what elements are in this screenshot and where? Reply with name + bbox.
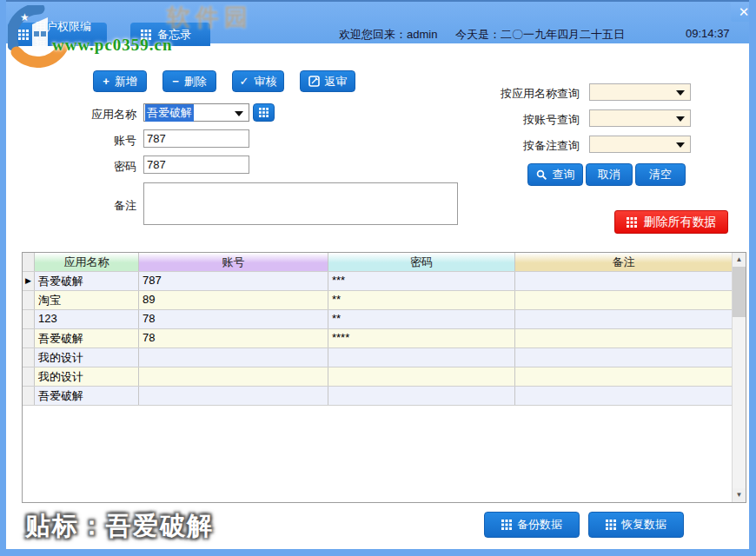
minus-icon: − [172,76,179,87]
query-by-app-dropdown[interactable] [589,83,691,101]
table-body: ▶吾爱破解787***淘宝89**12378**吾爱破解78****我的设计我的… [23,272,746,406]
app-window: 用户权限编辑 备忘录 欢迎您回来：admin 今天是：二〇一九年四月二十五日 0… [0,0,756,556]
col-header-password[interactable]: 密码 [328,253,515,271]
delete-button[interactable]: − 删除 [162,70,216,92]
table-cell[interactable] [139,367,328,386]
date-text: 今天是：二〇一九年四月二十五日 [455,27,625,43]
query-by-account-dropdown[interactable] [589,109,691,127]
query-by-account-label: 按账号查询 [484,112,580,128]
row-indicator-cell [23,348,35,367]
table-cell[interactable]: 我的设计 [35,367,139,386]
scroll-down-icon[interactable]: ▼ [733,488,746,502]
table-cell[interactable]: 吾爱破解 [35,272,139,290]
col-header-account[interactable]: 账号 [139,253,328,271]
password-input[interactable] [143,156,249,174]
grid-icon [259,108,269,117]
table-row[interactable]: 淘宝89** [23,291,746,310]
table-header-row: 应用名称 账号 密码 备注 [23,253,746,272]
table-cell[interactable]: 我的设计 [35,348,139,367]
cancel-button[interactable]: 取消 [586,163,633,186]
tab-user-permissions[interactable]: 用户权限编辑 [8,23,107,46]
table-row[interactable]: 我的设计 [23,348,746,367]
row-indicator-cell [23,310,35,328]
remark-label: 备注 [76,198,136,214]
add-label: 新增 [115,74,137,89]
plus-icon: + [103,76,109,87]
table-cell[interactable]: 787 [139,272,328,290]
table-cell[interactable]: 89 [139,291,328,309]
app-name-grid-button[interactable] [253,103,275,122]
search-icon [536,169,547,181]
clear-button[interactable]: 清空 [635,163,686,186]
audit-label: 审核 [254,74,276,89]
scroll-up-icon[interactable]: ▲ [733,253,746,267]
table-row[interactable]: 吾爱破解 [23,387,746,406]
table-cell[interactable]: 吾爱破解 [35,387,139,405]
chevron-down-icon [235,111,243,116]
restore-label: 恢复数据 [621,517,666,533]
table-cell[interactable]: 78 [139,329,328,348]
table-cell[interactable]: ** [328,310,515,328]
table-cell[interactable] [515,387,733,405]
table-cell[interactable] [515,272,733,290]
scrollbar-thumb[interactable] [733,267,746,317]
table-cell[interactable]: 123 [35,310,139,328]
query-by-remark-dropdown[interactable] [589,136,691,153]
search-button[interactable]: 查询 [527,163,583,186]
table-cell[interactable] [328,367,515,386]
table-row[interactable]: 吾爱破解78**** [23,329,746,348]
table-cell[interactable]: ** [328,291,515,309]
grid-icon [606,520,616,530]
delete-label: 删除 [184,74,207,89]
grid-icon [18,30,29,40]
table-cell[interactable] [139,387,328,405]
table-cell[interactable] [328,348,515,367]
account-input[interactable] [143,129,249,148]
backup-data-button[interactable]: 备份数据 [484,512,580,538]
chevron-down-icon [676,142,685,148]
password-label: 密码 [76,159,136,175]
table-cell[interactable]: 吾爱破解 [35,329,139,348]
delete-all-button[interactable]: 删除所有数据 [614,210,728,234]
table-cell[interactable] [328,387,515,405]
audit-button[interactable]: ✓ 审核 [232,70,284,92]
row-indicator-header [23,253,35,271]
table-row[interactable]: 我的设计 [23,367,746,387]
table-row[interactable]: 12378** [23,310,746,329]
row-indicator-cell [23,329,35,348]
chevron-down-icon [676,116,685,122]
table-cell[interactable]: **** [328,329,515,348]
table-cell[interactable]: *** [328,272,515,290]
combo-selected-text: 吾爱破解 [145,104,194,122]
tab-label: 用户权限编辑 [35,19,96,50]
tab-memo[interactable]: 备忘录 [130,23,210,46]
col-header-app-name[interactable]: 应用名称 [35,253,139,271]
chevron-down-icon [676,90,685,96]
edit-note-icon [308,76,320,87]
col-header-remark[interactable]: 备注 [515,253,733,271]
return-audit-button[interactable]: 返审 [300,70,355,92]
grid-icon [501,520,512,530]
table-cell[interactable] [515,348,733,367]
tab-label: 备忘录 [157,27,191,43]
sticker-label: 贴标：吾爱破解 [25,509,214,544]
table-cell[interactable]: 淘宝 [35,291,139,309]
table-cell[interactable] [515,329,733,348]
check-icon: ✓ [240,76,249,87]
return-audit-label: 返审 [325,74,348,89]
close-button[interactable]: ✕ [731,3,756,22]
app-name-combobox[interactable]: 吾爱破解 [143,103,249,122]
remark-textarea[interactable] [143,182,458,225]
restore-data-button[interactable]: 恢复数据 [588,512,684,538]
table-cell[interactable] [515,310,733,328]
vertical-scrollbar[interactable]: ▲ ▼ [732,253,746,502]
table-cell[interactable] [515,291,733,309]
table-cell[interactable]: 78 [139,310,328,328]
welcome-text: 欢迎您回来：admin [339,27,437,43]
backup-label: 备份数据 [517,517,562,533]
query-by-remark-label: 按备注查询 [484,138,580,154]
add-button[interactable]: + 新增 [93,70,147,92]
table-row[interactable]: ▶吾爱破解787*** [23,272,746,291]
table-cell[interactable] [139,348,328,367]
table-cell[interactable] [515,367,733,386]
